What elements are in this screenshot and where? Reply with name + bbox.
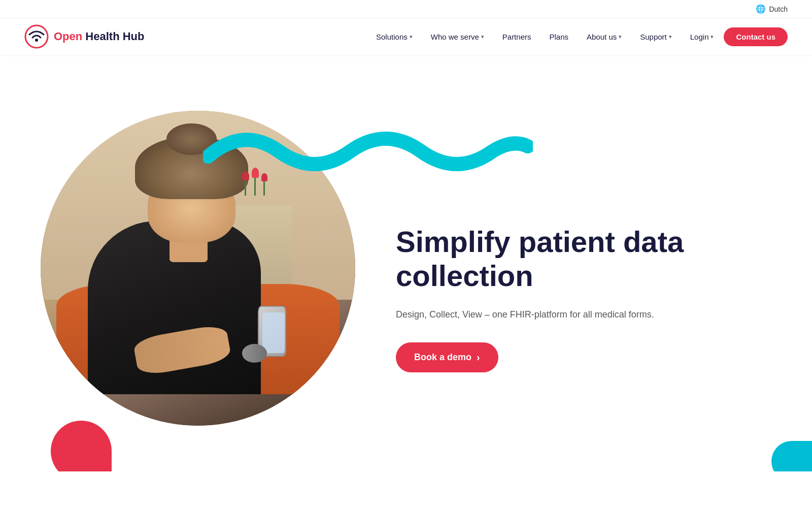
logo[interactable]: Open Health Hub [24,24,144,49]
book-demo-button[interactable]: Book a demo › [396,342,498,372]
logo-text: Open Health Hub [54,30,144,43]
nav-login[interactable]: Login ▾ [682,28,722,45]
hero-title: Simplify patient data collection [396,225,690,293]
nav-plans[interactable]: Plans [541,28,577,45]
hero-content: Simplify patient data collection Design,… [355,164,771,372]
nav-links: Solutions ▾ Who we serve ▾ Partners Plan… [368,27,788,46]
logo-icon [24,24,49,49]
nav-about-us[interactable]: About us ▾ [579,28,630,45]
nav-who-we-serve[interactable]: Who we serve ▾ [423,28,492,45]
chevron-down-icon: ▾ [481,34,484,40]
wave-decoration [203,116,533,184]
svg-point-0 [25,25,48,48]
arrow-right-icon: › [477,352,480,363]
globe-icon: 🌐 [756,4,766,14]
chevron-down-icon: ▾ [710,34,714,40]
top-bar: 🌐 Dutch [0,0,812,18]
hero-section: Simplify patient data collection Design,… [0,55,812,471]
nav-solutions[interactable]: Solutions ▾ [368,28,421,45]
logo-open: Open [54,30,85,43]
language-switcher[interactable]: 🌐 Dutch [756,4,788,14]
svg-point-1 [35,39,38,42]
teal-blob-decoration [771,441,812,471]
hero-subtitle: Design, Collect, View – one FHIR-platfor… [396,307,680,322]
nav-support[interactable]: Support ▾ [632,28,680,45]
nav-contact-us-button[interactable]: Contact us [724,27,788,46]
red-blob-decoration [51,421,112,471]
language-label: Dutch [769,5,788,13]
nav-partners[interactable]: Partners [494,28,539,45]
chevron-down-icon: ▾ [410,34,413,40]
navbar: Open Health Hub Solutions ▾ Who we serve… [0,18,812,55]
chevron-down-icon: ▾ [669,34,672,40]
chevron-down-icon: ▾ [619,34,622,40]
